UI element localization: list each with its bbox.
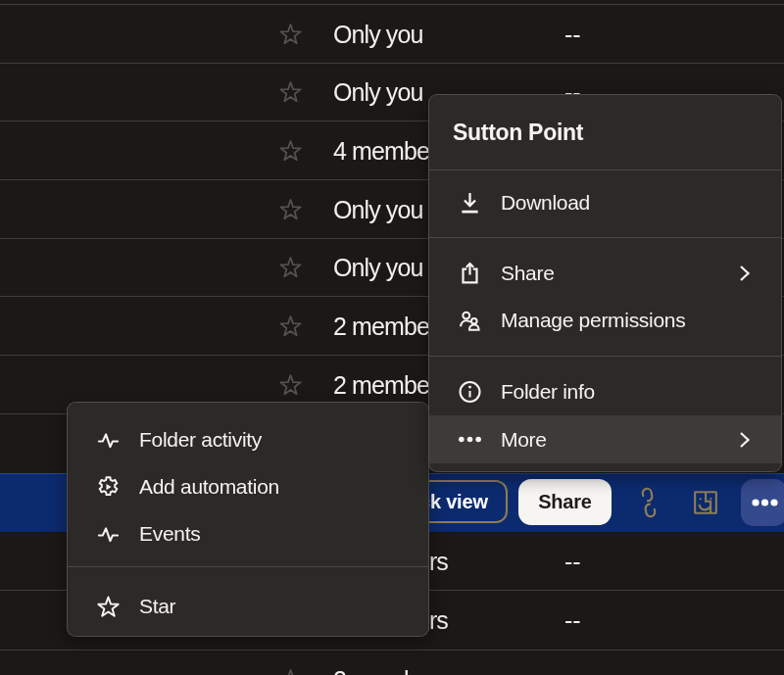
menu-item-events[interactable]: Events [68, 510, 428, 557]
menu-item-label: Manage permissions [501, 309, 685, 332]
menu-item-label: Add automation [139, 475, 279, 499]
download-icon [458, 191, 482, 216]
menu-item-add-automation[interactable]: Add automation [68, 463, 428, 510]
star-toggle-icon[interactable] [278, 256, 303, 280]
row-access-text: Only you [333, 254, 422, 282]
context-menu-title: Sutton Point [453, 95, 583, 169]
row-access-text: 2 members [333, 665, 448, 675]
menu-item-share[interactable]: Share [429, 250, 781, 297]
dropbox-file-list-screen: Only you--Only you--4 members--Only you-… [0, 0, 784, 675]
menu-item-download[interactable]: Download [429, 179, 781, 226]
manage-permissions-icon [458, 309, 482, 333]
menu-item-manage-permissions[interactable]: Manage permissions [429, 297, 781, 344]
more-submenu: Folder activity Add automation Events [67, 402, 429, 637]
automation-gear-icon [96, 475, 121, 500]
row-modified-text: -- [564, 665, 581, 675]
menu-item-label: Folder info [501, 380, 595, 404]
menu-item-label: Folder activity [139, 428, 262, 452]
file-row[interactable]: 2 members-- [0, 650, 784, 675]
share-button[interactable]: Share [518, 479, 612, 525]
activity-icon [96, 428, 121, 453]
star-toggle-icon[interactable] [278, 80, 303, 105]
star-toggle-icon[interactable] [278, 667, 303, 675]
menu-item-label: Star [139, 595, 175, 618]
row-modified-text: -- [564, 606, 581, 635]
menu-divider [429, 169, 781, 170]
menu-item-label: Events [139, 522, 200, 546]
info-icon [458, 379, 482, 404]
row-access-text: Only you [333, 20, 422, 48]
star-toggle-icon[interactable] [278, 138, 303, 163]
chevron-right-icon [735, 265, 753, 282]
star-toggle-icon[interactable] [278, 313, 303, 338]
menu-item-folder-info[interactable]: Folder info [429, 367, 781, 415]
star-toggle-icon[interactable] [278, 372, 303, 397]
row-access-text: Only you [333, 78, 422, 107]
copy-link-icon[interactable] [636, 490, 662, 515]
share-icon [458, 262, 482, 286]
file-row[interactable]: Only you-- [0, 4, 784, 63]
row-modified-text: -- [564, 20, 581, 48]
chevron-right-icon [735, 431, 753, 449]
row-modified-text: -- [564, 548, 581, 576]
menu-divider [429, 356, 781, 357]
star-toggle-icon[interactable] [278, 197, 303, 221]
share-label: Share [538, 491, 592, 513]
menu-divider [429, 237, 781, 238]
menu-item-folder-activity[interactable]: Folder activity [68, 416, 428, 463]
ellipsis-icon [751, 498, 778, 507]
star-toggle-icon[interactable] [278, 22, 303, 46]
open-in-finder-icon[interactable] [693, 490, 718, 515]
context-menu: Sutton Point Download Share [428, 94, 782, 472]
more-icon [458, 427, 482, 452]
row-access-text: Only you [333, 195, 422, 223]
menu-item-star[interactable]: Star [68, 583, 428, 630]
menu-item-label: More [501, 428, 547, 452]
events-icon [96, 522, 121, 547]
menu-item-label: Share [501, 262, 555, 285]
menu-divider [68, 566, 428, 567]
row-more-button[interactable] [741, 479, 784, 526]
menu-item-label: Download [501, 191, 590, 215]
menu-item-more[interactable]: More [429, 415, 781, 463]
star-icon [96, 595, 121, 619]
